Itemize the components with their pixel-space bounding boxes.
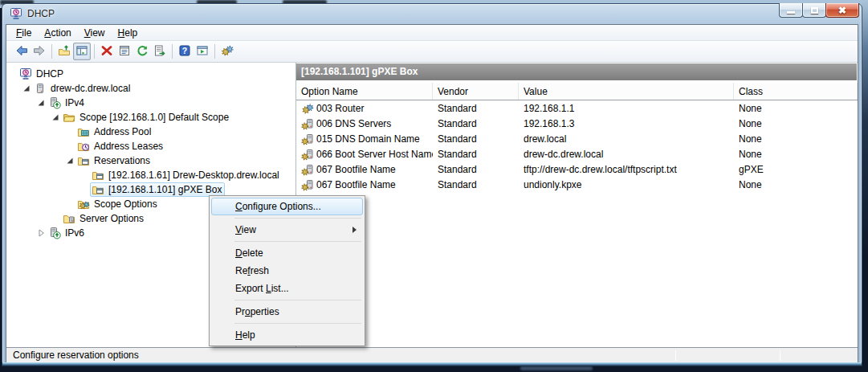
status-text: Configure reservation options	[13, 350, 139, 361]
console-window-icon	[196, 44, 209, 59]
expanded-expander-icon[interactable]	[64, 155, 75, 166]
option-name-text: 006 DNS Servers	[316, 118, 391, 129]
window-bottom-border	[2, 362, 862, 366]
expander-placeholder	[79, 170, 90, 181]
tree-item-core: drew-dc.drew.local	[32, 81, 133, 96]
close-button[interactable]: ✖	[825, 3, 859, 18]
folder-open-icon	[63, 111, 76, 124]
back-arrow-button[interactable]	[13, 43, 31, 60]
submenu-arrow-icon	[352, 227, 357, 233]
status-bar-divider	[675, 350, 676, 361]
properties-button[interactable]	[116, 43, 133, 60]
tree-item-core: Address Leases	[75, 139, 166, 153]
menu-separator	[234, 218, 361, 219]
menu-item-help[interactable]: Help	[211, 326, 363, 344]
cell-class: gPXE	[734, 164, 858, 175]
maximize-button[interactable]	[802, 3, 826, 18]
tree-item-reservations[interactable]: Reservations	[6, 153, 295, 168]
table-row[interactable]: 003 RouterStandard192.168.1.1None	[296, 100, 858, 116]
refresh-icon	[136, 44, 149, 59]
option-name-text: 066 Boot Server Host Name	[316, 149, 433, 160]
cell-value: undionly.kpxe	[519, 179, 734, 190]
title-bar[interactable]: DHCP ✖	[2, 4, 862, 24]
ipv4-icon	[48, 96, 62, 109]
tree-item-core: IPv4	[47, 96, 88, 110]
column-header-vendor[interactable]: Vendor	[433, 83, 519, 100]
collapsed-expander-icon[interactable]	[35, 227, 47, 239]
tree-item-core: Server Options	[61, 211, 147, 226]
menu-view[interactable]: View	[78, 26, 112, 40]
server-options-icon	[63, 212, 76, 225]
menu-item-refresh[interactable]: Refresh	[211, 262, 363, 280]
table-row[interactable]: 015 DNS Domain NameStandarddrew.localNon…	[296, 131, 858, 146]
menu-separator	[234, 241, 361, 242]
menu-help[interactable]: Help	[112, 26, 145, 40]
reservation-icon	[92, 183, 105, 196]
delete-button[interactable]	[98, 43, 116, 60]
refresh-button[interactable]	[133, 43, 151, 60]
tree-item-label: Scope Options	[91, 198, 157, 210]
ipv6-icon	[48, 227, 62, 239]
tree-item-ipv4[interactable]: IPv4	[6, 96, 295, 110]
table-row[interactable]: 067 Bootfile NameStandardundionly.kpxeNo…	[296, 177, 858, 192]
server-icon	[34, 82, 47, 95]
column-header-option-name[interactable]: Option Name	[296, 83, 433, 100]
cell-class: None	[734, 149, 858, 160]
menu-item-delete[interactable]: Delete	[211, 244, 363, 262]
tree-item-drew-dc-drew-local[interactable]: drew-dc.drew.local	[6, 81, 295, 96]
cell-class: None	[734, 118, 858, 129]
menu-item-export-list[interactable]: Export List...	[211, 280, 363, 297]
expanded-expander-icon[interactable]	[50, 112, 61, 123]
toolbar-separator	[94, 44, 95, 59]
cell-option-name: 066 Boot Server Host Name	[296, 148, 433, 161]
back-arrow-icon	[15, 44, 28, 59]
expander-placeholder	[64, 141, 75, 152]
console-window-button[interactable]	[194, 43, 211, 60]
menu-item-view[interactable]: View	[211, 221, 363, 239]
expanded-expander-icon[interactable]	[21, 83, 32, 94]
configure-gears-button[interactable]	[218, 43, 236, 60]
table-row[interactable]: 067 Bootfile NameStandardtftp://drew-dc.…	[296, 161, 858, 177]
cell-vendor: Standard	[433, 103, 519, 114]
menu-separator	[234, 300, 361, 300]
tree-item-label: drew-dc.drew.local	[47, 83, 130, 94]
menu-item-configure-options[interactable]: Configure Options...	[211, 198, 363, 215]
cell-value: tftp://drew-dc.drew.local/tftpscript.txt	[519, 164, 734, 175]
cell-option-name: 067 Bootfile Name	[296, 178, 433, 191]
column-header-class[interactable]: Class	[734, 83, 858, 100]
forward-arrow-button[interactable]	[31, 43, 48, 60]
cell-class: None	[734, 103, 858, 114]
tree-item-192-168-1-61-drew-desktop-drew-local[interactable]: [192.168.1.61] Drew-Desktop.drew.local	[6, 168, 295, 182]
tree-item-label: [192.168.1.101] gPXE Box	[105, 184, 222, 195]
scope-options-icon	[77, 198, 91, 211]
option-gear-server-icon	[301, 117, 315, 130]
console-tree-toggle-button[interactable]	[73, 43, 91, 60]
menu-file[interactable]: File	[10, 26, 38, 40]
tree-item-address-pool[interactable]: Address Pool	[6, 125, 295, 139]
tree-item-label: Scope [192.168.1.0] Default Scope	[76, 112, 229, 123]
export-folder-button[interactable]	[55, 43, 73, 60]
help-button[interactable]: ?	[176, 43, 194, 60]
menu-item-properties[interactable]: Properties	[211, 303, 363, 321]
export-list-button[interactable]	[151, 43, 169, 60]
minimize-button[interactable]	[779, 3, 803, 18]
tree-item-dhcp[interactable]: DHCP	[6, 67, 295, 81]
column-header-label: Value	[524, 86, 548, 97]
cell-vendor: Standard	[433, 118, 519, 129]
window-title: DHCP	[27, 8, 55, 19]
reservations-icon	[77, 154, 91, 167]
expanded-expander-icon[interactable]	[35, 97, 47, 108]
column-header-value[interactable]: Value	[519, 83, 734, 100]
tree-item-address-leases[interactable]: Address Leases	[6, 139, 295, 153]
address-pool-icon	[77, 125, 91, 138]
configure-gears-icon	[221, 44, 234, 59]
cell-option-name: 015 DNS Domain Name	[296, 133, 433, 145]
tree-item-label: Address Leases	[91, 141, 163, 152]
table-row[interactable]: 066 Boot Server Host NameStandarddrew-dc…	[296, 146, 858, 161]
tree-item-scope-192-168-1-0-default-scope[interactable]: Scope [192.168.1.0] Default Scope	[6, 110, 295, 125]
table-row[interactable]: 006 DNS ServersStandard192.168.1.3None	[296, 116, 858, 131]
minimize-icon	[787, 11, 795, 14]
menu-action[interactable]: Action	[38, 26, 77, 40]
tree-item-label: Address Pool	[91, 126, 151, 137]
menu-separator	[234, 323, 361, 324]
